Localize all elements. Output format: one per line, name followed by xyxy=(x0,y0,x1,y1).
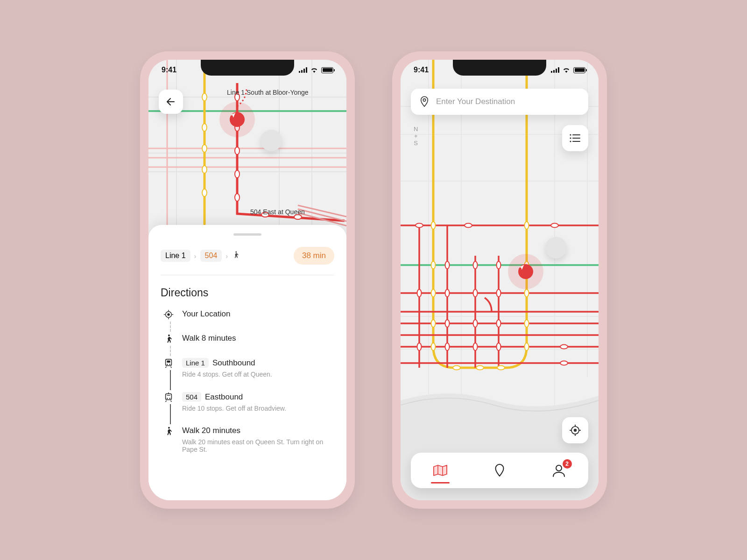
svg-line-46 xyxy=(166,400,167,402)
phone-directions: 9:41 xyxy=(140,51,355,509)
chevron-right-icon: › xyxy=(226,252,228,260)
notch xyxy=(201,60,294,76)
step-walk2: Walk 20 minutes Walk 20 minutes east on … xyxy=(162,426,334,453)
svg-point-19 xyxy=(235,147,240,154)
directions-sheet[interactable]: Line 1 › 504 › 38 min Directions xyxy=(148,225,346,500)
svg-line-24 xyxy=(298,205,346,218)
tab-profile[interactable]: 2 xyxy=(545,453,573,488)
svg-point-76 xyxy=(525,222,529,229)
svg-point-93 xyxy=(497,289,501,297)
svg-point-79 xyxy=(525,320,529,327)
route-sequence: Line 1 › 504 › xyxy=(161,250,240,262)
seq-line1[interactable]: Line 1 xyxy=(161,250,190,262)
tab-map[interactable] xyxy=(426,453,454,488)
svg-point-13 xyxy=(202,124,207,131)
notch xyxy=(453,60,546,76)
svg-point-82 xyxy=(476,366,484,370)
back-button[interactable] xyxy=(159,90,183,114)
locate-icon xyxy=(569,424,581,436)
step-sub: Ride 10 stops. Get off at Broadview. xyxy=(182,405,334,412)
battery-icon xyxy=(321,67,333,73)
route-summary: Line 1 › 504 › 38 min xyxy=(161,247,334,275)
map-label-line1: Line 1 South at Bloor-Yonge xyxy=(227,89,309,96)
svg-point-45 xyxy=(169,398,170,399)
directions-steps: Your Location Walk 8 minutes xyxy=(161,309,334,453)
step-sub: Walk 20 minutes east on Queen St. Turn r… xyxy=(182,438,334,453)
poi-marker[interactable] xyxy=(545,237,567,259)
svg-point-99 xyxy=(473,343,478,350)
svg-point-34 xyxy=(168,335,170,336)
map-label-504: 504 East at Queen xyxy=(250,208,305,216)
svg-point-37 xyxy=(167,364,168,365)
tab-places[interactable] xyxy=(486,453,514,488)
recenter-button[interactable] xyxy=(562,417,588,443)
pin-icon xyxy=(419,96,430,108)
seq-504[interactable]: 504 xyxy=(200,250,222,262)
pin-icon xyxy=(494,463,505,477)
svg-point-74 xyxy=(431,320,436,327)
signal-icon xyxy=(299,67,307,73)
svg-point-104 xyxy=(570,134,571,135)
list-icon xyxy=(569,133,581,143)
step-text: Walk 20 minutes xyxy=(182,426,334,435)
svg-point-102 xyxy=(560,361,568,365)
chevron-right-icon: › xyxy=(194,252,197,260)
svg-point-80 xyxy=(525,343,529,350)
layers-button[interactable] xyxy=(562,125,588,151)
svg-point-38 xyxy=(169,364,170,365)
svg-point-44 xyxy=(167,398,168,399)
svg-point-28 xyxy=(167,313,170,316)
svg-point-86 xyxy=(551,224,558,228)
svg-point-91 xyxy=(445,289,450,297)
subway-icon xyxy=(162,358,175,378)
status-indicators xyxy=(551,67,585,73)
svg-point-21 xyxy=(235,194,240,201)
destination-input[interactable] xyxy=(436,97,580,106)
step-text: Your Location xyxy=(182,309,334,319)
svg-point-90 xyxy=(417,289,422,297)
svg-point-87 xyxy=(445,261,450,269)
screen: 9:41 xyxy=(401,60,599,500)
svg-point-16 xyxy=(202,189,207,196)
step-origin: Your Location xyxy=(162,309,334,334)
battery-icon xyxy=(573,67,585,73)
current-location-marker[interactable] xyxy=(518,264,533,279)
status-indicators xyxy=(299,67,333,73)
step-walk1: Walk 8 minutes xyxy=(162,334,334,358)
svg-line-47 xyxy=(171,400,172,402)
svg-point-94 xyxy=(445,320,450,327)
step-sub: Ride 4 stops. Get off at Queen. xyxy=(182,371,334,378)
svg-line-39 xyxy=(166,366,167,368)
current-location-marker[interactable] xyxy=(230,112,245,127)
svg-point-95 xyxy=(473,320,478,327)
svg-point-73 xyxy=(431,289,436,297)
svg-point-20 xyxy=(235,170,240,178)
svg-point-97 xyxy=(417,343,422,350)
status-time: 9:41 xyxy=(414,66,429,74)
svg-point-81 xyxy=(453,366,460,370)
svg-point-83 xyxy=(497,366,505,370)
step-subway: Line 1 Southbound Ride 4 stops. Get off … xyxy=(162,358,334,392)
svg-point-12 xyxy=(202,93,207,101)
poi-marker[interactable] xyxy=(261,130,282,151)
svg-point-15 xyxy=(202,166,207,173)
svg-point-103 xyxy=(423,99,426,102)
eta-badge: 38 min xyxy=(294,247,334,265)
wifi-icon xyxy=(562,67,571,73)
signal-icon xyxy=(551,67,559,73)
walk-icon xyxy=(232,250,240,262)
destination-search[interactable] xyxy=(411,89,588,115)
svg-point-75 xyxy=(431,343,436,350)
walk-icon xyxy=(162,334,175,344)
sheet-handle[interactable] xyxy=(233,233,261,236)
compass-indicator: N + S xyxy=(414,126,418,147)
svg-point-84 xyxy=(416,224,423,228)
step-text: Walk 8 minutes xyxy=(182,334,334,343)
svg-point-100 xyxy=(497,343,501,350)
line-direction: Eastbound xyxy=(205,392,243,402)
svg-point-71 xyxy=(431,222,436,229)
svg-point-118 xyxy=(556,465,562,471)
svg-point-106 xyxy=(570,137,571,139)
svg-point-92 xyxy=(473,289,478,297)
svg-point-48 xyxy=(168,427,170,429)
